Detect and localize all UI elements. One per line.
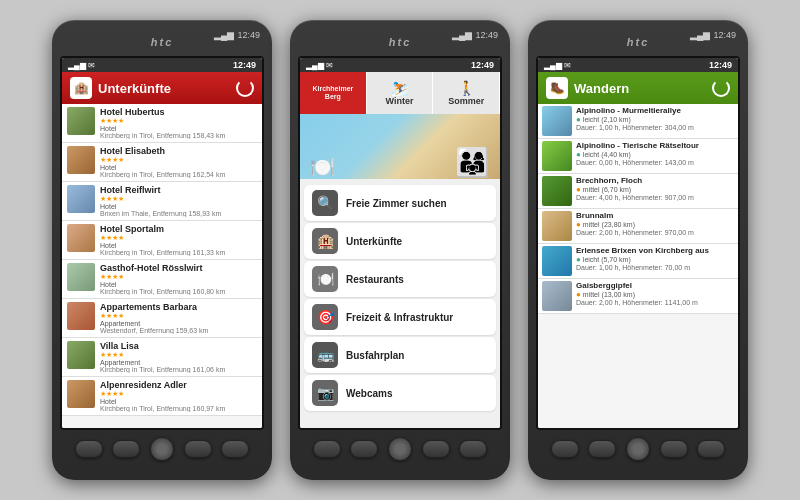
unterkunfte-header: 🏨 Unterkünfte	[62, 72, 262, 104]
center-btn-2[interactable]	[388, 437, 412, 461]
hotel-thumb	[67, 107, 95, 135]
hotel-name: Hotel Hubertus	[100, 107, 257, 117]
hotel-type: Hotel	[100, 203, 257, 210]
hike-name: Brechhorn, Floch	[576, 176, 734, 185]
back-btn-2[interactable]	[422, 440, 450, 458]
diff-label: mittel	[583, 221, 600, 228]
resort-tab-resort-info[interactable]: KirchheimerBerg	[300, 72, 367, 114]
hotel-item[interactable]: Alpenresidenz Adler ★★★★ Hotel Kirchberg…	[62, 377, 262, 416]
hotel-item[interactable]: Appartements Barbara ★★★★ Appartement We…	[62, 299, 262, 338]
menu-item-icon: 🔍	[312, 190, 338, 216]
diff-label: leicht	[583, 256, 599, 263]
hike-info: Erlensee Brixen von Kirchberg aus ● leic…	[576, 246, 734, 271]
hotel-dist: Kirchberg in Tirol, Entfernung 160,80 km	[100, 288, 257, 295]
hike-info: Brunnalm ● mittel (23,80 km) Dauer: 2,00…	[576, 211, 734, 236]
hotel-thumb	[67, 146, 95, 174]
hotel-stars: ★★★★	[100, 117, 257, 125]
hike-name: Alpinolino - Murmeltierallye	[576, 106, 734, 115]
resort-tab-winter[interactable]: ⛷️Winter	[367, 72, 434, 114]
center-btn-1[interactable]	[150, 437, 174, 461]
resort-tab-sommer[interactable]: 🚶Sommer	[433, 72, 500, 114]
menu-item-1[interactable]: 🏨 Unterkünfte	[304, 223, 496, 259]
menu-item-0[interactable]: 🔍 Freie Zimmer suchen	[304, 185, 496, 221]
diff-dot: ●	[576, 255, 581, 264]
back-btn-1[interactable]	[184, 440, 212, 458]
diff-dot: ●	[576, 290, 581, 299]
resort-tabs: KirchheimerBerg⛷️Winter🚶Sommer	[300, 72, 500, 114]
hike-info: Brechhorn, Floch ● mittel (6,70 km) Daue…	[576, 176, 734, 201]
hotel-dist: Kirchberg in Tirol, Entfernung 161,06 km	[100, 366, 257, 373]
menu-item-4[interactable]: 🚌 Busfahrplan	[304, 337, 496, 373]
hike-name: Brunnalm	[576, 211, 734, 220]
hike-thumb	[542, 176, 572, 206]
menu-item-label: Freie Zimmer suchen	[346, 198, 447, 209]
menu-item-2[interactable]: 🍽️ Restaurants	[304, 261, 496, 297]
tab-icon: ⛷️	[391, 80, 408, 96]
hotel-item[interactable]: Hotel Reiflwirt ★★★★ Hotel Brixen im Tha…	[62, 182, 262, 221]
hotel-item[interactable]: Hotel Sportalm ★★★★ Hotel Kirchberg in T…	[62, 221, 262, 260]
menu-item-icon: 📷	[312, 380, 338, 406]
resort-menu-list: 🔍 Freie Zimmer suchen 🏨 Unterkünfte 🍽️ R…	[300, 179, 500, 428]
screen-1: ▂▄▆ ✉ 12:49 🏨 Unterkünfte Hotel Hubertus…	[60, 56, 264, 430]
center-btn-3[interactable]	[626, 437, 650, 461]
hotel-name: Hotel Sportalm	[100, 224, 257, 234]
search-btn-3[interactable]	[697, 440, 725, 458]
hotel-dist: Kirchberg in Tirol, Entfernung 161,33 km	[100, 249, 257, 256]
home-btn-3[interactable]	[551, 440, 579, 458]
hike-difficulty: ● leicht (2,10 km)	[576, 115, 734, 124]
menu-btn-2[interactable]	[350, 440, 378, 458]
hike-item[interactable]: Erlensee Brixen von Kirchberg aus ● leic…	[538, 244, 738, 279]
hotel-name: Gasthof-Hotel Rösslwirt	[100, 263, 257, 273]
back-btn-3[interactable]	[660, 440, 688, 458]
screen-status-2: ▂▄▆ ✉ 12:49	[300, 58, 500, 72]
photo-people-icon: 👨‍👩‍👧	[455, 146, 490, 179]
hotel-info: Villa Lisa ★★★★ Appartement Kirchberg in…	[100, 341, 257, 373]
phone-3: htc ▂▄▆ 12:49 ▂▄▆ ✉ 12:49 🥾 Wandern Alpi…	[528, 20, 748, 480]
menu-btn-3[interactable]	[588, 440, 616, 458]
diff-dot: ●	[576, 220, 581, 229]
search-btn-1[interactable]	[221, 440, 249, 458]
signal-icons-2: ▂▄▆	[452, 30, 472, 40]
hotel-item[interactable]: Gasthof-Hotel Rösslwirt ★★★★ Hotel Kirch…	[62, 260, 262, 299]
menu-item-5[interactable]: 📷 Webcams	[304, 375, 496, 411]
hike-item[interactable]: Gaisberggipfel ● mittel (13,00 km) Dauer…	[538, 279, 738, 314]
hotel-name: Hotel Elisabeth	[100, 146, 257, 156]
hike-difficulty: ● leicht (5,70 km)	[576, 255, 734, 264]
home-btn-2[interactable]	[313, 440, 341, 458]
hotel-info: Hotel Sportalm ★★★★ Hotel Kirchberg in T…	[100, 224, 257, 256]
home-btn-1[interactable]	[75, 440, 103, 458]
time-1: 12:49	[237, 30, 260, 40]
menu-item-3[interactable]: 🎯 Freizeit & Infrastruktur	[304, 299, 496, 335]
hotel-thumb	[67, 302, 95, 330]
wandern-icon: 🥾	[546, 77, 568, 99]
wandern-header: 🥾 Wandern	[538, 72, 738, 104]
hotel-item[interactable]: Villa Lisa ★★★★ Appartement Kirchberg in…	[62, 338, 262, 377]
hotel-item[interactable]: Hotel Hubertus ★★★★ Hotel Kirchberg in T…	[62, 104, 262, 143]
hike-thumb	[542, 141, 572, 171]
hike-thumb	[542, 211, 572, 241]
refresh-btn-3[interactable]	[712, 79, 730, 97]
hotel-stars: ★★★★	[100, 351, 257, 359]
signal-icons-3: ▂▄▆	[690, 30, 710, 40]
hike-thumb	[542, 281, 572, 311]
hike-item[interactable]: Brechhorn, Floch ● mittel (6,70 km) Daue…	[538, 174, 738, 209]
hike-item[interactable]: Brunnalm ● mittel (23,80 km) Dauer: 2,00…	[538, 209, 738, 244]
hotel-type: Hotel	[100, 281, 257, 288]
hike-difficulty: ● mittel (6,70 km)	[576, 185, 734, 194]
hike-km: (6,70 km)	[602, 186, 632, 193]
hotel-type: Hotel	[100, 242, 257, 249]
hotel-info: Hotel Hubertus ★★★★ Hotel Kirchberg in T…	[100, 107, 257, 139]
hotel-name: Villa Lisa	[100, 341, 257, 351]
search-btn-2[interactable]	[459, 440, 487, 458]
refresh-btn-1[interactable]	[236, 79, 254, 97]
hike-item[interactable]: Alpinolino - Murmeltierallye ● leicht (2…	[538, 104, 738, 139]
menu-item-label: Busfahrplan	[346, 350, 404, 361]
hotel-type: Appartement	[100, 320, 257, 327]
hotel-stars: ★★★★	[100, 156, 257, 164]
hotel-item[interactable]: Hotel Elisabeth ★★★★ Hotel Kirchberg in …	[62, 143, 262, 182]
hike-item[interactable]: Alpinolino - Tierische Rätseltour ● leic…	[538, 139, 738, 174]
menu-btn-1[interactable]	[112, 440, 140, 458]
hotel-dist: Brixen im Thale, Entfernung 158,93 km	[100, 210, 257, 217]
hike-km: (5,70 km)	[601, 256, 631, 263]
unterkunfte-icon: 🏨	[70, 77, 92, 99]
